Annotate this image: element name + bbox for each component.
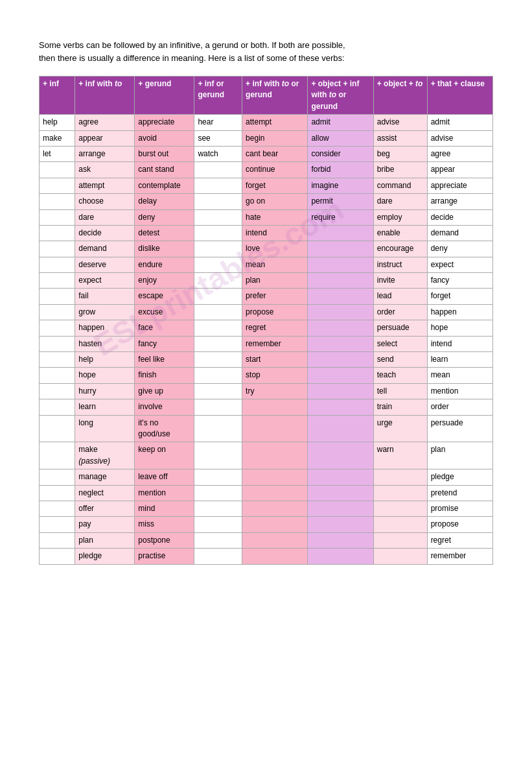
table-cell: [194, 304, 242, 320]
table-cell: fancy: [427, 273, 492, 289]
table-cell: [373, 469, 427, 485]
table-cell: help: [75, 352, 135, 368]
table-cell: send: [373, 352, 427, 368]
table-cell: [40, 469, 75, 485]
table-cell: order: [373, 304, 427, 320]
intro-text: Some verbs can be followed by an infinit…: [39, 39, 493, 64]
table-cell: begin: [242, 130, 308, 146]
table-cell: consider: [308, 146, 373, 161]
table-cell: [373, 517, 427, 532]
table-cell: encourage: [373, 241, 427, 257]
table-cell: [194, 320, 242, 336]
table-cell: it's no good/use: [135, 415, 194, 442]
table-cell: deny: [135, 209, 194, 225]
table-row: failescapepreferleadforget: [40, 289, 493, 304]
table-cell: assist: [373, 130, 427, 146]
table-cell: help: [40, 115, 75, 130]
table-cell: [194, 257, 242, 272]
table-cell: learn: [75, 399, 135, 415]
table-cell: urge: [373, 415, 427, 442]
table-row: deserveenduremeaninstructexpect: [40, 257, 493, 272]
table-cell: require: [308, 209, 373, 225]
table-cell: [373, 532, 427, 548]
table-cell: pledge: [75, 549, 135, 564]
table-cell: practise: [135, 549, 194, 564]
table-cell: [242, 549, 308, 564]
table-cell: see: [194, 130, 242, 146]
table-cell: [194, 273, 242, 289]
table-cell: hope: [75, 368, 135, 383]
header-obj-inf-gerund: + object + inf with to or gerund: [308, 77, 373, 115]
table-cell: offer: [75, 501, 135, 516]
table-cell: [308, 442, 373, 469]
table-cell: [242, 501, 308, 516]
table-cell: excuse: [135, 304, 194, 320]
header-inf: + inf: [40, 77, 75, 115]
table-cell: hate: [242, 209, 308, 225]
table-cell: attempt: [242, 115, 308, 130]
table-cell: [194, 469, 242, 485]
table-row: make (passive)keep onwarnplan: [40, 442, 493, 469]
table-cell: [40, 194, 75, 209]
table-cell: pretend: [427, 485, 492, 501]
table-cell: [242, 532, 308, 548]
table-cell: [194, 178, 242, 193]
table-cell: endure: [135, 257, 194, 272]
table-cell: mind: [135, 501, 194, 516]
table-cell: beg: [373, 146, 427, 161]
table-cell: [308, 517, 373, 532]
table-cell: dare: [373, 194, 427, 209]
table-cell: regret: [427, 532, 492, 548]
table-row: daredenyhaterequireemploydecide: [40, 209, 493, 225]
table-cell: expect: [427, 257, 492, 272]
table-cell: [40, 501, 75, 516]
table-cell: [194, 225, 242, 241]
header-inf-or-gerund: + inf or gerund: [194, 77, 242, 115]
table-cell: demand: [75, 241, 135, 257]
table-cell: [194, 289, 242, 304]
table-cell: [242, 442, 308, 469]
table-cell: manage: [75, 469, 135, 485]
table-row: happenfaceregretpersuadehope: [40, 320, 493, 336]
table-cell: [194, 399, 242, 415]
table-cell: intend: [242, 225, 308, 241]
table-cell: [40, 241, 75, 257]
table-cell: mention: [427, 383, 492, 399]
table-cell: appreciate: [427, 178, 492, 193]
table-cell: mean: [242, 257, 308, 272]
table-row: hastenfancyrememberselectintend: [40, 336, 493, 351]
table-cell: hear: [194, 115, 242, 130]
table-cell: demand: [427, 225, 492, 241]
header-inf-with-to-or-gerund: + inf with to or gerund: [242, 77, 308, 115]
table-cell: propose: [427, 517, 492, 532]
table-cell: [40, 178, 75, 193]
table-cell: appear: [75, 130, 135, 146]
table-cell: remember: [427, 549, 492, 564]
table-cell: [242, 399, 308, 415]
table-cell: start: [242, 352, 308, 368]
table-cell: order: [427, 399, 492, 415]
table-cell: [242, 517, 308, 532]
table-cell: [40, 517, 75, 532]
table-cell: [194, 517, 242, 532]
table-cell: ask: [75, 162, 135, 178]
table-cell: train: [373, 399, 427, 415]
table-cell: agree: [427, 146, 492, 161]
table-cell: permit: [308, 194, 373, 209]
table-cell: tell: [373, 383, 427, 399]
table-cell: delay: [135, 194, 194, 209]
table-row: attemptcontemplateforgetimaginecommandap…: [40, 178, 493, 193]
table-cell: [40, 352, 75, 368]
table-cell: [40, 415, 75, 442]
table-cell: lead: [373, 289, 427, 304]
table-cell: propose: [242, 304, 308, 320]
table-cell: [40, 304, 75, 320]
table-row: longit's no good/useurgepersuade: [40, 415, 493, 442]
table-row: choosedelaygo onpermitdarearrange: [40, 194, 493, 209]
table-cell: [308, 225, 373, 241]
table-cell: [308, 399, 373, 415]
table-cell: [308, 415, 373, 442]
table-cell: [308, 352, 373, 368]
table-cell: expect: [75, 273, 135, 289]
table-cell: [194, 415, 242, 442]
